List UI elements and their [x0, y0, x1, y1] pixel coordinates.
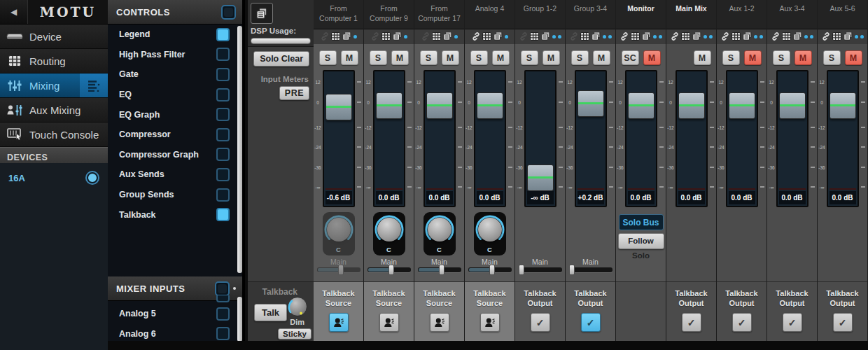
channel-name[interactable]: Aux 3-4 [767, 0, 817, 29]
solo-button[interactable]: S [420, 50, 438, 65]
link-icon[interactable] [721, 31, 729, 43]
link-icon[interactable] [472, 31, 480, 43]
checkbox[interactable] [216, 295, 230, 302]
copy-settings-icon[interactable] [642, 31, 651, 43]
pan-knob[interactable]: C [373, 212, 405, 255]
solo-button[interactable]: S [521, 50, 538, 65]
copy-settings-icon[interactable] [844, 31, 853, 43]
talkback-source-button[interactable] [329, 313, 349, 332]
controls-scrollbar[interactable] [237, 26, 242, 273]
talkback-output-checkbox[interactable]: ✓ [581, 313, 601, 332]
channel-name[interactable]: Group 3-4 [566, 0, 615, 29]
sidebar-item-touch-console[interactable]: Touch Console [0, 122, 108, 147]
solo-button[interactable]: S [470, 50, 488, 65]
sidebar-item-aux-mixing[interactable]: Aux Mixing [0, 98, 108, 122]
talkback-output-checkbox[interactable]: ✓ [732, 313, 752, 332]
controls-item-group-sends[interactable]: Group Sends [108, 185, 242, 205]
channel-name[interactable]: Monitor [616, 0, 666, 29]
solo-button[interactable]: S [571, 50, 589, 65]
mixer-input-item-analog-5[interactable]: Analog 5 [108, 304, 242, 324]
sc-button[interactable]: SC [622, 50, 639, 65]
fader-handle[interactable] [678, 92, 705, 119]
mute-button[interactable]: M [794, 50, 812, 65]
copy-settings-icon[interactable] [592, 31, 601, 43]
channel-name[interactable]: FromComputer 9 [364, 0, 414, 29]
slider-thumb[interactable] [338, 265, 344, 275]
controls-item-compressor-graph[interactable]: Compressor Graph [108, 145, 242, 165]
slider-thumb[interactable] [489, 265, 495, 275]
pan-knob[interactable]: C [323, 212, 355, 255]
main-send-slider[interactable] [468, 267, 512, 272]
mixer-inputs-scrollbar[interactable] [237, 297, 242, 342]
fader-handle[interactable] [477, 92, 503, 119]
dim-knob[interactable] [288, 297, 307, 316]
checkbox[interactable] [216, 327, 230, 340]
copy-settings-icon[interactable] [493, 31, 503, 43]
sidebar-item-device[interactable]: Device [0, 24, 108, 49]
routing-grid-icon[interactable] [732, 31, 741, 43]
main-send-slider[interactable] [519, 267, 562, 272]
mute-button[interactable]: M [845, 50, 862, 65]
mute-button[interactable]: M [442, 50, 459, 65]
mute-button[interactable]: M [643, 50, 661, 65]
controls-item-talkback[interactable]: Talkback [108, 204, 242, 225]
talkback-output-checkbox[interactable]: ✓ [531, 313, 550, 332]
checkbox[interactable] [216, 188, 230, 202]
device-selected-radio[interactable] [85, 171, 99, 185]
link-icon[interactable] [570, 31, 578, 43]
checkbox[interactable] [216, 307, 230, 321]
routing-grid-icon[interactable] [782, 31, 791, 43]
routing-grid-icon[interactable] [832, 31, 841, 43]
sticky-button[interactable]: Sticky [278, 328, 312, 340]
slider-thumb[interactable] [519, 265, 524, 275]
routing-grid-icon[interactable] [331, 31, 340, 43]
copy-settings-icon[interactable] [541, 31, 550, 43]
mute-button[interactable]: M [593, 50, 610, 65]
mute-button[interactable]: M [694, 50, 711, 65]
solo-button[interactable]: S [370, 50, 387, 65]
checkbox[interactable] [216, 28, 230, 41]
copy-settings-icon[interactable] [692, 31, 701, 43]
link-icon[interactable] [620, 31, 629, 43]
mute-button[interactable]: M [542, 50, 560, 65]
device-row-16a[interactable]: 16A [0, 163, 108, 185]
talkback-source-button[interactable] [480, 313, 500, 332]
routing-grid-icon[interactable] [382, 31, 391, 43]
fader-handle[interactable] [729, 92, 755, 119]
sidebar-item-routing[interactable]: Routing [0, 49, 108, 74]
fader-handle[interactable] [326, 94, 352, 120]
mute-button[interactable]: M [492, 50, 510, 65]
mixing-menu-button[interactable] [80, 74, 108, 97]
routing-grid-icon[interactable] [681, 31, 690, 43]
controls-item-high-pass-filter[interactable]: High Pass Filter [108, 45, 242, 65]
checkbox[interactable] [216, 208, 230, 221]
fader-handle[interactable] [779, 92, 806, 119]
main-send-slider[interactable] [418, 267, 461, 272]
checkbox[interactable] [216, 168, 230, 181]
solo-bus-button[interactable]: Solo Bus [619, 214, 664, 230]
channel-name[interactable]: Aux 5-6 [818, 0, 867, 29]
main-send-slider[interactable] [317, 267, 360, 272]
copy-settings-icon[interactable] [393, 31, 402, 43]
solo-button[interactable]: S [823, 50, 841, 65]
fader-handle[interactable] [376, 92, 402, 119]
link-icon[interactable] [671, 31, 679, 43]
slider-thumb[interactable] [388, 265, 394, 275]
copy-settings-icon[interactable] [443, 31, 452, 43]
fader-handle[interactable] [830, 92, 856, 119]
solo-button[interactable]: S [319, 50, 337, 65]
routing-grid-icon[interactable] [530, 31, 539, 43]
link-icon[interactable] [321, 31, 329, 43]
solo-button[interactable]: S [722, 50, 740, 65]
main-send-slider[interactable] [368, 267, 411, 272]
routing-grid-icon[interactable] [631, 31, 640, 43]
controls-item-legend[interactable]: Legend [108, 24, 242, 45]
link-icon[interactable] [771, 31, 780, 43]
checkbox[interactable] [216, 48, 230, 61]
channel-name[interactable]: Main Mix [666, 0, 716, 29]
link-icon[interactable] [822, 31, 830, 43]
controls-item-gate[interactable]: Gate [108, 64, 242, 85]
channel-name[interactable]: Group 1-2 [515, 0, 565, 29]
controls-item-aux-sends[interactable]: Aux Sends [108, 164, 242, 185]
solo-clear-button[interactable]: Solo Clear [253, 51, 309, 66]
